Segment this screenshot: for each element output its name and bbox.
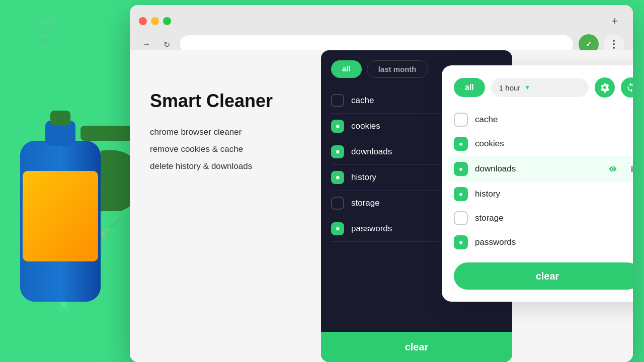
three-dots-icon <box>613 40 615 49</box>
light-panel: all 1 hour ▼ cach <box>442 65 633 302</box>
tab-all-dark[interactable]: all <box>331 60 362 78</box>
settings-icon <box>600 82 610 93</box>
light-checkbox-cache[interactable] <box>454 113 468 127</box>
light-checkbox-cookies[interactable] <box>454 137 468 151</box>
deco-icon-2: 🧹 <box>97 217 122 241</box>
light-checkbox-storage[interactable] <box>454 211 468 225</box>
dark-label-cache: cache <box>351 96 374 106</box>
new-tab-button[interactable]: + <box>606 12 624 30</box>
all-button[interactable]: all <box>454 78 485 97</box>
dropdown-arrow-icon: ▼ <box>524 84 530 91</box>
desc-line-3: delete history & downloads <box>150 158 273 175</box>
light-label-downloads: downloads <box>475 164 598 174</box>
time-value: 1 hour <box>499 83 521 92</box>
tab-last-month-dark[interactable]: last month <box>367 60 428 78</box>
dark-label-history: history <box>351 172 376 183</box>
refresh-settings-button[interactable] <box>621 77 633 98</box>
refresh-button[interactable]: ↻ <box>159 37 174 52</box>
deco-icon-1: 🗑️ <box>32 18 57 42</box>
light-item-history: history <box>454 182 633 206</box>
light-checkbox-passwords[interactable] <box>454 235 468 249</box>
dark-clear-button[interactable]: clear <box>321 332 512 362</box>
item-actions <box>605 161 633 177</box>
desc-line-1: chrome browser cleaner <box>150 124 273 141</box>
light-item-passwords: passwords <box>454 230 633 254</box>
app-title: Smart Cleaner <box>150 90 273 112</box>
browser-window: + → ↻ Smart Cleaner chrome browser clean… <box>130 5 633 362</box>
dark-label-cookies: cookies <box>351 121 380 131</box>
light-label-cache: cache <box>475 115 633 125</box>
trash-icon[interactable] <box>625 161 633 177</box>
light-item-downloads: downloads <box>448 156 633 182</box>
app-info: Smart Cleaner chrome browser cleaner rem… <box>150 90 273 175</box>
dark-checkbox-downloads[interactable] <box>331 145 344 158</box>
browser-chrome: + → ↻ <box>130 5 633 50</box>
browser-content: Smart Cleaner chrome browser cleaner rem… <box>130 50 633 362</box>
light-checkbox-history[interactable] <box>454 187 468 201</box>
dark-checkbox-history[interactable] <box>331 171 344 184</box>
light-label-passwords: passwords <box>475 237 633 247</box>
light-checkbox-downloads[interactable] <box>454 162 468 176</box>
light-item-cookies: cookies <box>454 132 633 156</box>
light-label-history: history <box>475 189 633 199</box>
app-description: chrome browser cleaner remove cookies & … <box>150 124 273 175</box>
light-item-storage: storage <box>454 206 633 230</box>
desc-line-2: remove cookies & cache <box>150 141 273 158</box>
maximize-dot[interactable] <box>163 17 171 25</box>
deco-icon-6: 🧴 <box>51 290 76 313</box>
light-label-storage: storage <box>475 213 633 223</box>
dark-label-storage: storage <box>351 198 380 208</box>
dark-label-downloads: downloads <box>351 147 392 157</box>
refresh-icon <box>626 82 633 93</box>
light-panel-header: all 1 hour ▼ <box>454 77 633 98</box>
minimize-dot[interactable] <box>151 17 159 25</box>
close-dot[interactable] <box>139 17 147 25</box>
dark-label-passwords: passwords <box>351 224 392 234</box>
view-icon <box>609 165 617 173</box>
time-dropdown[interactable]: 1 hour ▼ <box>491 78 589 97</box>
light-item-cache: cache <box>454 108 633 132</box>
dark-checkbox-cache[interactable] <box>331 94 344 107</box>
forward-button[interactable]: → <box>139 37 154 52</box>
eye-icon[interactable] <box>605 161 621 177</box>
dark-checkbox-storage[interactable] <box>331 197 344 210</box>
dark-checkbox-cookies[interactable] <box>331 120 344 133</box>
light-clear-button[interactable]: clear <box>454 262 633 290</box>
delete-icon <box>629 165 633 173</box>
deco-icon-3: 🧽 <box>32 145 57 168</box>
settings-button[interactable] <box>595 77 615 98</box>
light-label-cookies: cookies <box>475 139 633 149</box>
dark-checkbox-passwords[interactable] <box>331 222 344 235</box>
